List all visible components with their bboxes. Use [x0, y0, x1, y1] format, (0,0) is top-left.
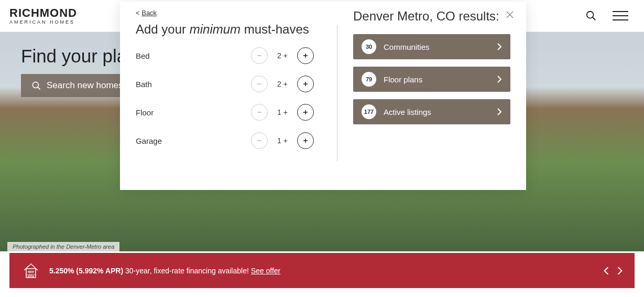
decrease-button[interactable]: [251, 76, 268, 92]
promo-text: 5.250% (5.992% APR) 30-year, fixed-rate …: [49, 267, 280, 275]
filter-label: Bed: [136, 51, 150, 60]
menu-button[interactable]: [613, 11, 628, 20]
search-icon[interactable]: [585, 10, 597, 22]
modal-filters: < Back Add your minimum must-haves Bed 2…: [136, 9, 337, 174]
prev-button[interactable]: [603, 266, 609, 275]
svg-text:NOW: NOW: [28, 275, 35, 278]
increase-button[interactable]: [297, 47, 314, 64]
see-offer-link[interactable]: See offer: [251, 267, 281, 275]
search-button-label: Search new homes: [47, 80, 123, 91]
filter-value: 2 +: [275, 51, 290, 60]
header-right: [585, 10, 628, 22]
result-label: Communities: [384, 43, 497, 51]
filter-label: Bath: [136, 80, 152, 89]
promo-banner: NEW STARTS NOW 5.250% (5.992% APR) 30-ye…: [9, 253, 635, 288]
svg-point-0: [587, 12, 594, 18]
logo-subbrand: AMERICAN HOMES: [9, 20, 77, 25]
decrease-button[interactable]: [251, 132, 268, 149]
photo-caption: Photographed in the Denver-Metro area: [7, 242, 119, 251]
promo-badge-icon: NEW STARTS NOW: [21, 261, 41, 281]
increase-button[interactable]: [297, 76, 314, 92]
decrease-button[interactable]: [251, 47, 268, 64]
chevron-right-icon: [497, 108, 502, 116]
filter-modal: < Back Add your minimum must-haves Bed 2…: [120, 2, 526, 190]
filter-bath: Bath 2 +: [136, 76, 314, 92]
result-count: 79: [362, 72, 376, 87]
chevron-right-icon: [497, 43, 502, 51]
chevron-right-icon: [497, 75, 502, 83]
logo[interactable]: RICHMOND AMERICAN HOMES: [9, 7, 77, 25]
search-homes-button[interactable]: Search new homes: [21, 74, 134, 97]
filter-label: Garage: [136, 136, 162, 145]
filter-value: 1 +: [275, 136, 290, 145]
result-count: 177: [362, 104, 376, 119]
promo-nav: [603, 266, 623, 275]
increase-button[interactable]: [297, 132, 314, 149]
results-title: Denver Metro, CO results:: [353, 9, 510, 24]
filter-list: Bed 2 + Bath 2 + Floor 1 +: [136, 47, 321, 149]
modal-results: Denver Metro, CO results: 30 Communities…: [337, 9, 510, 174]
promo-rate: 5.250% (5.992% APR): [49, 267, 123, 275]
filter-bed: Bed 2 +: [136, 47, 314, 64]
svg-line-1: [593, 17, 596, 20]
filter-value: 1 +: [275, 108, 290, 116]
close-icon[interactable]: [505, 10, 515, 19]
result-label: Floor plans: [384, 75, 497, 84]
svg-line-3: [38, 87, 40, 89]
svg-point-2: [32, 82, 38, 88]
result-count: 30: [362, 39, 376, 54]
result-floorplans[interactable]: 79 Floor plans: [353, 67, 510, 92]
result-listings[interactable]: 177 Active listings: [353, 99, 510, 124]
filter-floor: Floor 1 +: [136, 104, 314, 121]
decrease-button[interactable]: [251, 104, 268, 121]
back-button[interactable]: < Back: [136, 9, 321, 17]
modal-title: Add your minimum must-haves: [136, 22, 321, 37]
search-icon: [31, 81, 41, 91]
increase-button[interactable]: [297, 104, 314, 121]
result-label: Active listings: [384, 108, 497, 116]
next-button[interactable]: [617, 266, 623, 275]
filter-value: 2 +: [275, 80, 290, 88]
filter-garage: Garage 1 +: [136, 132, 314, 149]
logo-brand: RICHMOND: [9, 7, 77, 19]
result-communities[interactable]: 30 Communities: [353, 34, 510, 59]
filter-label: Floor: [136, 108, 154, 117]
